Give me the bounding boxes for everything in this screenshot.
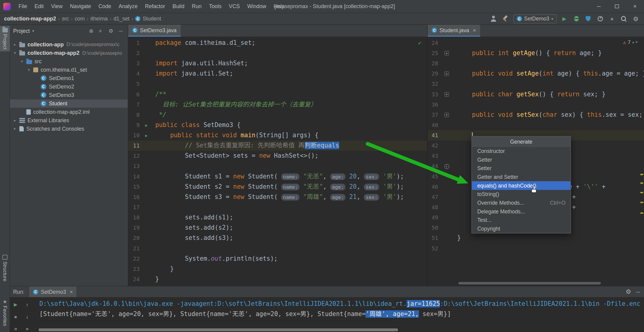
breadcrumb-item[interactable]: collection-map-app2 — [4, 16, 56, 22]
code-line-8[interactable]: 8 */ — [128, 110, 427, 120]
menu-navigate[interactable]: Navigate — [66, 0, 95, 13]
generate-menu-item-override-methods-[interactable]: Override Methods...Ctrl+O — [472, 199, 571, 207]
code-line-25[interactable]: 25+ public int getAge() { return age; } — [427, 48, 644, 58]
tab-setdemo3[interactable]: C SetDemo3.java — [128, 25, 181, 37]
tool-button-project[interactable]: Project — [0, 26, 10, 51]
collapse-all-icon[interactable]: « — [97, 28, 105, 34]
fold-icon[interactable]: + — [444, 113, 449, 117]
horizontal-scrollbar[interactable] — [458, 282, 601, 284]
inspection-ok-icon[interactable]: ✓ — [418, 39, 421, 46]
settings-icon[interactable]: ⚙ — [626, 288, 631, 296]
menu-window[interactable]: Window — [244, 0, 270, 13]
menu-run[interactable]: Run — [188, 0, 205, 13]
fold-icon[interactable]: + — [444, 92, 449, 97]
breadcrumb-item[interactable]: Student — [143, 16, 161, 22]
override-marker-icon[interactable]: ↑ — [444, 164, 449, 169]
code-line-3[interactable]: 3import java.util.HashSet; — [128, 58, 427, 69]
maximize-button[interactable] — [608, 0, 626, 13]
generate-menu-item-constructor[interactable]: Constructor — [472, 147, 571, 155]
code-line-6[interactable]: 6/** — [128, 89, 427, 99]
close-icon[interactable]: × — [70, 289, 73, 295]
stop-button[interactable]: ■ — [14, 314, 17, 319]
tree-item-collection-map-app2[interactable]: ▾collection-map-app2D:\code\javasepro — [10, 49, 128, 57]
fold-icon[interactable]: + — [444, 51, 449, 55]
settings-icon[interactable]: ⚙ — [107, 28, 115, 34]
menu-refactor[interactable]: Refactor — [141, 0, 169, 13]
settings-button[interactable]: ⚙ — [632, 14, 640, 23]
breadcrumb-item[interactable]: itheima — [91, 16, 108, 22]
chevron-down-icon[interactable]: ▾ — [32, 29, 34, 33]
breadcrumb-item[interactable]: d1_set — [113, 16, 129, 22]
generate-menu-item-copyright[interactable]: Copyright — [472, 225, 571, 233]
horizontal-scrollbar[interactable] — [39, 328, 398, 331]
more-options-icon[interactable]: » — [26, 325, 29, 331]
code-line-14[interactable]: 14 Student s1 = new Student( name: "无恙",… — [128, 171, 427, 182]
code-line-13[interactable]: 13 — [128, 161, 427, 171]
generate-menu-item-setter[interactable]: Setter — [472, 164, 571, 173]
tree-item-Scratches and Consoles[interactable]: ▸Scratches and Consoles — [10, 125, 128, 133]
code-line-37[interactable]: 37+ public void setSex(char sex) { this.… — [427, 110, 644, 120]
build-hammer-icon[interactable] — [501, 14, 510, 23]
code-line-23[interactable]: 23 } — [128, 264, 427, 274]
code-line-52[interactable]: 52 — [427, 243, 644, 253]
code-line-33[interactable]: 33+ public char getSex() { return sex; } — [427, 89, 644, 99]
code-line-9[interactable]: 9▶public class SetDemo3 { — [128, 120, 427, 130]
code-line-15[interactable]: 15 Student s2 = new Student( name: "无恙",… — [128, 182, 427, 192]
error-stripe[interactable] — [640, 37, 644, 286]
run-line-icon[interactable]: ▶ — [145, 120, 148, 130]
code-line-24[interactable]: 24 — [427, 38, 644, 48]
menu-build[interactable]: Build — [169, 0, 188, 13]
coverage-button[interactable] — [584, 14, 592, 23]
down-arrow-icon[interactable]: ↓ — [26, 314, 29, 320]
generate-menu-item-getter[interactable]: Getter — [472, 155, 571, 164]
code-line-28[interactable]: 28 — [427, 58, 644, 69]
tree-item-SetDemo3[interactable]: CSetDemo3 — [10, 91, 128, 99]
code-line-29[interactable]: 29+ public void setAge(int age) { this.a… — [427, 69, 644, 79]
code-line-5[interactable]: 5 — [128, 79, 427, 89]
generate-menu-item-delegate-methods-[interactable]: Delegate Methods... — [472, 207, 571, 216]
hide-panel-icon[interactable]: ─ — [117, 28, 125, 34]
tool-button-structure[interactable]: Structure — [0, 253, 10, 284]
code-line-16[interactable]: 16 Student s3 = new Student( name: "周雄",… — [128, 192, 427, 202]
tree-item-SetDemo2[interactable]: CSetDemo2 — [10, 82, 128, 91]
profiler-button[interactable] — [596, 14, 604, 23]
code-line-10[interactable]: 10▶ public static void main(String[] arg… — [128, 130, 427, 141]
run-button[interactable]: ▶ — [560, 14, 568, 23]
close-icon[interactable]: × — [473, 27, 476, 33]
menu-tools[interactable]: Tools — [205, 0, 225, 13]
menu-edit[interactable]: Edit — [31, 0, 47, 13]
code-line-19[interactable]: 19 sets.add(s2); — [128, 223, 427, 233]
breadcrumb-item[interactable]: src — [62, 16, 69, 22]
hide-panel-icon[interactable]: ─ — [636, 289, 640, 295]
code-line-21[interactable]: 21 — [128, 243, 427, 253]
tree-item-src[interactable]: ▾src — [10, 57, 128, 66]
code-line-22[interactable]: 22 System.out.println(sets); — [128, 253, 427, 264]
code-line-36[interactable]: 36 — [427, 99, 644, 110]
user-icon[interactable] — [490, 14, 498, 23]
code-line-17[interactable]: 17 — [128, 202, 427, 213]
run-config-select[interactable]: C SetDemo3 ▾ — [513, 14, 556, 23]
code-line-1[interactable]: 1package com.itheima.d1_set; — [128, 38, 427, 48]
tree-item-Student[interactable]: CStudent — [10, 99, 128, 108]
code-line-2[interactable]: 2 — [128, 48, 427, 58]
code-line-12[interactable]: 12 Set<Student> sets = new HashSet<>(); — [128, 151, 427, 161]
code-line-7[interactable]: 7 目标: 让Set集合把重复内容的对象去掉一个（去重复） — [128, 99, 427, 110]
inspection-widget[interactable]: ⚠ 7 ▲ ▼ — [623, 39, 638, 45]
locate-file-icon[interactable]: ⊕ — [88, 28, 95, 34]
search-button[interactable] — [620, 14, 628, 23]
menu-file[interactable]: File — [15, 0, 31, 13]
rerun-button[interactable]: ▶ — [14, 302, 17, 308]
close-button[interactable]: × — [626, 0, 644, 13]
tab-student[interactable]: C Student.java × — [427, 25, 480, 37]
generate-menu-item-test-[interactable]: Test... — [472, 216, 571, 225]
code-line-20[interactable]: 20 sets.add(s3); — [128, 233, 427, 243]
next-warning-icon[interactable]: ▼ — [636, 41, 637, 44]
code-line-18[interactable]: 18 sets.add(s1); — [128, 213, 427, 223]
stop-button[interactable]: ■ — [608, 14, 616, 23]
generate-menu-item-equals-and-hashcode-[interactable]: equals() and hashCode() — [472, 181, 571, 190]
code-line-32[interactable]: 32 — [427, 79, 644, 89]
fold-icon[interactable]: + — [444, 72, 449, 76]
code-line-24[interactable]: 24} — [128, 274, 427, 284]
menu-view[interactable]: View — [48, 0, 66, 13]
prev-warning-icon[interactable]: ▲ — [632, 41, 634, 44]
